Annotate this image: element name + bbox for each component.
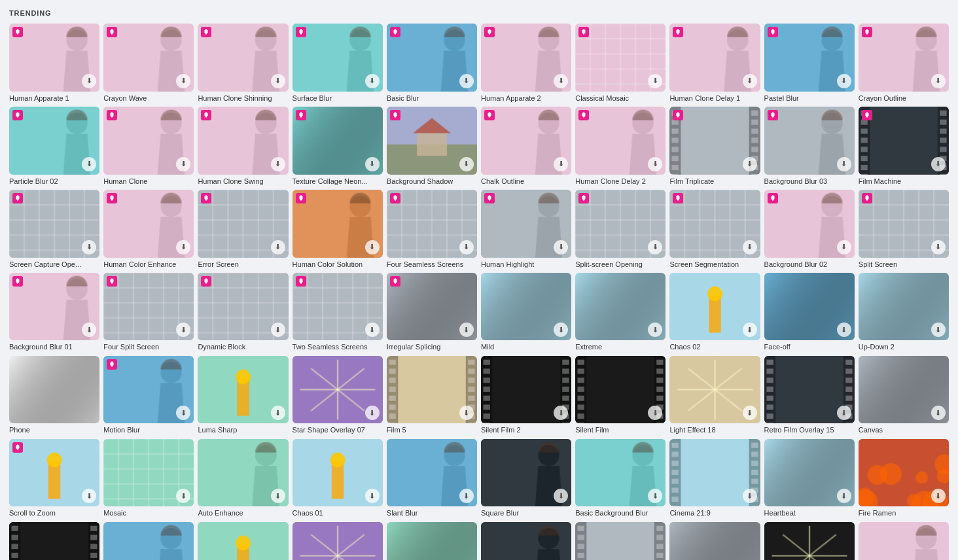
list-item[interactable]: ⬇Crayon Wave xyxy=(103,24,194,103)
list-item[interactable]: ⬇Flip xyxy=(669,522,760,560)
list-item[interactable]: ⬇Slant Blur xyxy=(387,439,477,518)
list-item[interactable]: ⬇Split-screen Opening xyxy=(575,190,665,269)
download-button[interactable]: ⬇ xyxy=(648,74,662,88)
list-item[interactable]: ⬇Background Blur 03 xyxy=(764,107,855,186)
list-item[interactable]: ⬇Film Triplicate xyxy=(669,107,760,186)
list-item[interactable]: ⬇Background Blur 01 xyxy=(9,273,99,352)
list-item[interactable]: ⬇Human Clone Delay 1 xyxy=(669,24,760,103)
list-item[interactable]: ⬇Human Color Solution xyxy=(293,190,383,269)
download-button[interactable]: ⬇ xyxy=(837,74,851,88)
list-item[interactable]: ⬇Two Seamless Screens xyxy=(293,273,383,352)
download-button[interactable]: ⬇ xyxy=(176,157,190,171)
list-item[interactable]: ⬇Horizontal Open xyxy=(198,522,288,560)
list-item[interactable]: ⬇Image Mask xyxy=(387,522,477,560)
list-item[interactable]: ⬇Texture Collage Neon... xyxy=(293,107,383,186)
download-button[interactable]: ⬇ xyxy=(176,74,190,88)
list-item[interactable]: ⬇Classical Mosaic xyxy=(575,24,665,103)
list-item[interactable]: ⬇Human Apparate 1 xyxy=(9,24,99,103)
list-item[interactable]: ⬇Chaos 02 xyxy=(669,273,760,352)
list-item[interactable]: ⬇Four Seamless Screens xyxy=(387,190,477,269)
list-item[interactable]: ⬇Human Apparate 2 xyxy=(481,24,571,103)
download-button[interactable]: ⬇ xyxy=(271,240,285,254)
download-button[interactable]: ⬇ xyxy=(459,74,474,88)
download-button[interactable]: ⬇ xyxy=(271,489,285,503)
list-item[interactable]: ⬇Motion Blur xyxy=(103,356,194,435)
download-button[interactable]: ⬇ xyxy=(648,157,662,171)
list-item[interactable]: ⬇Error Screen xyxy=(198,190,288,269)
download-button[interactable]: ⬇ xyxy=(837,489,851,503)
list-item[interactable]: ⬇Film 5 xyxy=(387,356,477,435)
list-item[interactable]: ⬇Chaos 01 xyxy=(293,439,383,518)
download-button[interactable]: ⬇ xyxy=(648,240,662,254)
list-item[interactable]: ⬇Auto Enhance xyxy=(198,439,288,518)
download-button[interactable]: ⬇ xyxy=(743,323,757,337)
download-button[interactable]: ⬇ xyxy=(459,157,474,171)
download-button[interactable]: ⬇ xyxy=(931,157,946,171)
list-item[interactable]: ⬇Irregular Splicing xyxy=(387,273,477,352)
list-item[interactable]: ⬇Silent Film xyxy=(575,356,665,435)
download-button[interactable]: ⬇ xyxy=(459,240,474,254)
download-button[interactable]: ⬇ xyxy=(743,157,757,171)
download-button[interactable]: ⬇ xyxy=(365,489,380,503)
list-item[interactable]: ⬇Silent Film 2 xyxy=(481,356,571,435)
download-button[interactable]: ⬇ xyxy=(554,74,568,88)
download-button[interactable]: ⬇ xyxy=(82,74,96,88)
download-button[interactable]: ⬇ xyxy=(743,240,757,254)
list-item[interactable]: ⬇Dynamic Block xyxy=(198,273,288,352)
list-item[interactable]: ⬇Blur to Clear 01 xyxy=(103,522,194,560)
download-button[interactable]: ⬇ xyxy=(837,240,851,254)
list-item[interactable]: ⬇Split Screen xyxy=(859,190,949,269)
download-button[interactable]: ⬇ xyxy=(176,240,190,254)
list-item[interactable]: ⬇Grainy Blur xyxy=(481,522,571,560)
list-item[interactable]: ⬇Face-off xyxy=(764,273,855,352)
download-button[interactable]: ⬇ xyxy=(743,406,757,420)
list-item[interactable]: ⬇Crayon Outline xyxy=(859,24,949,103)
download-button[interactable]: ⬇ xyxy=(837,157,851,171)
list-item[interactable]: Phone xyxy=(9,356,99,435)
download-button[interactable]: ⬇ xyxy=(554,240,568,254)
list-item[interactable]: ⬇Light Effect 09 xyxy=(293,522,383,560)
download-button[interactable]: ⬇ xyxy=(554,157,568,171)
download-button[interactable]: ⬇ xyxy=(82,157,96,171)
list-item[interactable]: ⬇Surface Blur xyxy=(293,24,383,103)
list-item[interactable]: ⬇Light Effect 17 xyxy=(764,522,855,560)
list-item[interactable]: ⬇Canvas xyxy=(859,356,949,435)
download-button[interactable]: ⬇ xyxy=(82,240,96,254)
download-button[interactable]: ⬇ xyxy=(365,74,380,88)
list-item[interactable]: ⬇Retro Film Overlay 15 xyxy=(764,356,855,435)
download-button[interactable]: ⬇ xyxy=(365,157,380,171)
download-button[interactable]: ⬇ xyxy=(743,74,757,88)
list-item[interactable]: ⬇Up-Down 2 xyxy=(859,273,949,352)
download-button[interactable]: ⬇ xyxy=(365,240,380,254)
list-item[interactable]: ⬇Strong Glitch xyxy=(575,522,665,560)
download-button[interactable]: ⬇ xyxy=(743,489,757,503)
download-button[interactable]: ⬇ xyxy=(271,406,285,420)
download-button[interactable]: ⬇ xyxy=(271,157,285,171)
list-item[interactable]: ⬇Human Highlight xyxy=(481,190,571,269)
list-item[interactable]: ⬇Human Clone Swing xyxy=(198,107,288,186)
list-item[interactable]: ⬇Screen Capture Ope... xyxy=(9,190,99,269)
list-item[interactable]: ⬇Particle Blur 02 xyxy=(9,107,99,186)
list-item[interactable]: ⬇Star Shape Overlay 07 xyxy=(293,356,383,435)
download-button[interactable]: ⬇ xyxy=(271,323,285,337)
list-item[interactable]: ⬇Luma Sharp xyxy=(198,356,288,435)
list-item[interactable]: ⬇Fire Ramen xyxy=(859,439,949,518)
list-item[interactable]: ⬇Human Clone Delay 2 xyxy=(575,107,665,186)
list-item[interactable]: ⬇VCR Distortion xyxy=(9,522,99,560)
list-item[interactable]: ⬇Basic Background Blur xyxy=(575,439,665,518)
download-button[interactable]: ⬇ xyxy=(931,74,946,88)
list-item[interactable]: ⬇Light Effect 18 xyxy=(669,356,760,435)
list-item[interactable]: ⬇Square Blur xyxy=(481,439,571,518)
list-item[interactable]: ⬇Four Split Screen xyxy=(103,273,194,352)
list-item[interactable]: ⬇Human Color Enhance xyxy=(103,190,194,269)
list-item[interactable]: ⬇Background Blur 02 xyxy=(764,190,855,269)
list-item[interactable]: ⬇Heartbeat xyxy=(764,439,855,518)
list-item[interactable]: ⬇Mild xyxy=(481,273,571,352)
list-item[interactable]: ⬇Background Shadow xyxy=(387,107,477,186)
list-item[interactable]: ⬇Screen Segmentation xyxy=(669,190,760,269)
list-item[interactable]: ⬇Human Clone xyxy=(103,107,194,186)
list-item[interactable]: ⬇Chalk Outline xyxy=(481,107,571,186)
list-item[interactable]: Beautify xyxy=(859,522,949,560)
list-item[interactable]: ⬇Basic Blur xyxy=(387,24,477,103)
list-item[interactable]: ⬇Film Machine xyxy=(859,107,949,186)
